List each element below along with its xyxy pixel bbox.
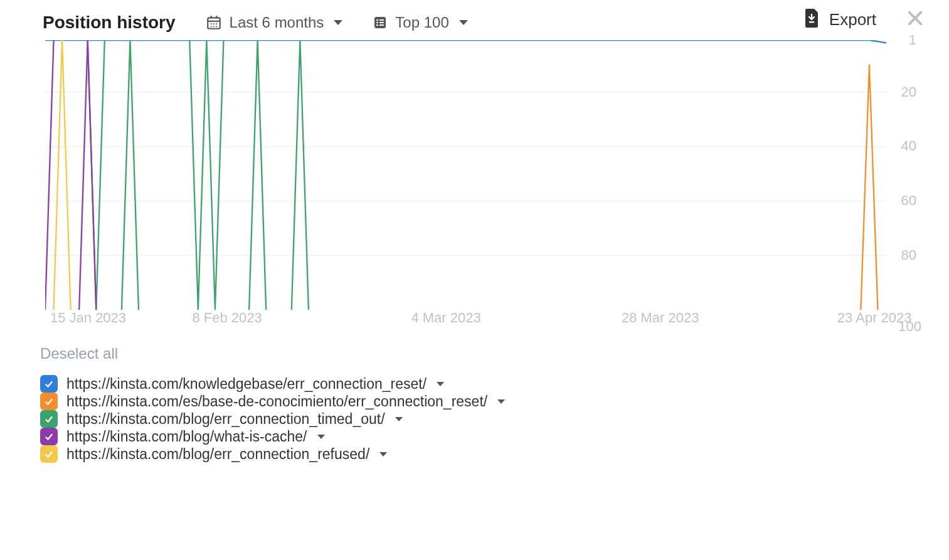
series-toggle-checkbox[interactable] [40,393,58,410]
date-range-label: Last 6 months [230,14,324,31]
svg-point-7 [210,26,211,27]
chevron-down-icon [334,20,342,25]
export-button[interactable]: Export [804,9,876,30]
svg-rect-11 [376,19,378,21]
chevron-down-icon[interactable] [437,382,444,386]
close-icon [906,9,924,27]
legend-item: https://kinsta.com/blog/what-is-cache/ [40,428,949,445]
close-button[interactable] [906,9,924,30]
legend-url: https://kinsta.com/blog/what-is-cache/ [66,428,307,445]
page-title: Position history [43,13,176,33]
calendar-icon [206,14,222,31]
x-axis-tick: 4 Mar 2023 [411,310,480,326]
x-axis-tick: 23 Apr 2023 [837,310,912,326]
chevron-down-icon[interactable] [317,435,325,439]
svg-point-5 [213,23,214,24]
y-axis-tick: 40 [901,138,916,154]
chart-header: Position history Last 6 months Top 100 E… [0,0,949,40]
position-history-chart: 120406080 100 [45,40,886,310]
series-toggle-checkbox[interactable] [40,445,58,463]
chevron-down-icon[interactable] [497,399,505,404]
legend-item: https://kinsta.com/knowledgebase/err_con… [40,375,949,393]
scope-label: Top 100 [395,14,448,31]
legend-item: https://kinsta.com/es/base-de-conocimien… [40,393,949,410]
legend-url: https://kinsta.com/blog/err_connection_r… [66,446,369,463]
y-axis-tick: 20 [901,84,916,100]
series-toggle-checkbox[interactable] [40,428,58,445]
legend-url: https://kinsta.com/es/base-de-conocimien… [66,393,487,410]
y-axis-tick: 80 [901,247,916,263]
download-icon [804,9,819,30]
scope-dropdown[interactable]: Top 100 [373,14,467,31]
svg-rect-16 [379,24,384,26]
series-toggle-checkbox[interactable] [40,410,58,428]
legend: Deselect all https://kinsta.com/knowledg… [40,345,949,463]
x-axis-tick: 8 Feb 2023 [192,310,262,326]
svg-rect-14 [379,22,384,23]
svg-rect-15 [376,24,378,26]
x-axis-tick: 28 Mar 2023 [622,310,699,326]
svg-point-9 [216,26,217,27]
chevron-down-icon [459,20,468,25]
x-axis-tick: 15 Jan 2023 [50,310,126,326]
series-toggle-checkbox[interactable] [40,375,58,393]
svg-rect-17 [809,21,814,23]
svg-rect-12 [379,19,384,21]
legend-item: https://kinsta.com/blog/err_connection_r… [40,445,949,463]
svg-rect-13 [376,22,378,23]
legend-item: https://kinsta.com/blog/err_connection_t… [40,410,949,428]
legend-url: https://kinsta.com/knowledgebase/err_con… [66,376,427,393]
y-axis-tick: 1 [909,32,916,48]
export-label: Export [829,10,876,29]
svg-point-8 [213,26,214,27]
date-range-dropdown[interactable]: Last 6 months [206,14,343,31]
svg-point-6 [216,23,217,24]
chevron-down-icon[interactable] [379,452,387,457]
svg-point-4 [210,23,211,24]
deselect-all-link[interactable]: Deselect all [40,345,949,362]
chevron-down-icon[interactable] [395,417,403,421]
list-icon [373,15,388,30]
y-axis-tick: 60 [901,193,916,209]
legend-url: https://kinsta.com/blog/err_connection_t… [66,411,385,428]
x-axis: 15 Jan 20238 Feb 20234 Mar 202328 Mar 20… [18,310,949,331]
